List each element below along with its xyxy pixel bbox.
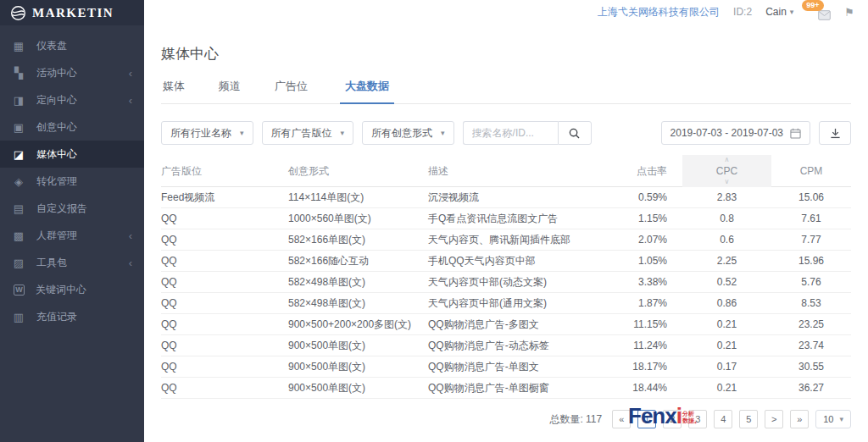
placement-select[interactable]: 所有广告版位 ▾ (262, 121, 354, 145)
sidebar-item-creative-center[interactable]: ▣创意中心 (0, 113, 144, 141)
creative-format-select[interactable]: 所有创意形式 ▾ (362, 121, 454, 145)
top-header: 上海弋关网络科技有限公司 ID:2 Cain ▾ 99+ ⚑ (144, 0, 868, 24)
page-button-1[interactable]: 1 (637, 410, 656, 428)
cell-ctr: 3.38% (610, 276, 682, 288)
table-body: Feed视频流114×114单图(文)沉浸视频流0.59%2.8315.06QQ… (161, 187, 851, 399)
cell-ad-placement: QQ (161, 382, 288, 394)
column-header-cpm[interactable]: CPM (771, 165, 851, 177)
sidebar-item-targeting-center[interactable]: ◨定向中心‹ (0, 86, 144, 113)
content-area: 上海弋关网络科技有限公司 ID:2 Cain ▾ 99+ ⚑ 媒体中心 媒体频道… (144, 0, 868, 442)
cell-cpc: 0.21 (682, 318, 771, 330)
column-header-creative-format[interactable]: 创意形式 (288, 164, 428, 179)
search-input[interactable] (463, 121, 558, 145)
sidebar-item-toolbox[interactable]: ▨工具包‹ (0, 249, 144, 276)
creative-format-select-value: 所有创意形式 (371, 126, 432, 141)
cell-ad-placement: QQ (161, 276, 288, 288)
company-name-link[interactable]: 上海弋关网络科技有限公司 (598, 5, 720, 19)
cell-ad-placement: QQ (161, 318, 288, 330)
cell-ctr: 1.87% (610, 297, 682, 309)
app-window: MARKETIN ▦仪表盘▚活动中心‹◨定向中心‹▣创意中心◪媒体中心◈转化管理… (0, 0, 868, 442)
column-header-ctr[interactable]: 点击率 (610, 164, 682, 179)
sidebar-item-media-center[interactable]: ◪媒体中心 (0, 141, 144, 168)
cell-cpc: 0.17 (682, 361, 771, 373)
sidebar-item-label: 转化管理 (36, 174, 132, 189)
tab-channel[interactable]: 频道 (217, 79, 242, 103)
user-menu[interactable]: Cain ▾ (765, 6, 793, 18)
first-page-button[interactable]: « (612, 410, 631, 428)
page-button-5[interactable]: 5 (739, 410, 758, 428)
chevron-down-icon: ▾ (341, 129, 345, 137)
cell-creative-format: 1000×560单图(文) (288, 212, 428, 226)
sidebar-item-dashboard[interactable]: ▦仪表盘 (0, 32, 144, 59)
next-page-button[interactable]: > (765, 410, 783, 428)
sidebar-item-label: 充值记录 (36, 310, 132, 324)
cell-creative-format: 582×166随心互动 (288, 254, 428, 268)
search-group (463, 121, 592, 145)
industry-select[interactable]: 所有行业名称 ▾ (161, 121, 253, 145)
cell-cpm: 7.77 (771, 234, 851, 246)
cell-ctr: 2.07% (610, 234, 682, 246)
date-range-value: 2019-07-03 - 2019-07-03 (670, 127, 783, 139)
cell-ad-placement: QQ (161, 340, 288, 351)
page-button-3[interactable]: 3 (688, 410, 707, 428)
cell-creative-format: 900×500+200×200多图(文) (288, 318, 428, 332)
sort-asc-icon[interactable]: ∧ (682, 157, 771, 163)
filters-bar: 所有行业名称 ▾ 所有广告版位 ▾ 所有创意形式 ▾ (161, 121, 851, 145)
cell-ctr: 1.15% (610, 213, 682, 224)
tab-market-data[interactable]: 大盘数据 (340, 79, 394, 104)
notifications-button[interactable]: 99+ (807, 3, 831, 20)
cell-description: 手机QQ天气内容页中部 (428, 254, 610, 268)
sidebar-item-label: 创意中心 (36, 120, 132, 135)
industry-select-value: 所有行业名称 (170, 126, 231, 141)
dashboard-icon: ▦ (12, 41, 25, 52)
sidebar-item-keyword-center[interactable]: W关键词中心 (0, 276, 144, 303)
sidebar-item-conversion-management[interactable]: ◈转化管理 (0, 168, 144, 195)
cell-description: QQ购物消息广告-单图橱窗 (428, 381, 610, 395)
search-button[interactable] (558, 121, 592, 145)
cell-cpm: 15.06 (771, 191, 851, 203)
cell-creative-format: 900×500单图(文) (288, 339, 428, 353)
sidebar-item-custom-report[interactable]: ▤自定义报告 (0, 195, 144, 222)
column-header-description[interactable]: 描述 (428, 164, 610, 179)
page-size-select[interactable]: 10 ▾ (815, 410, 851, 428)
mail-icon (818, 10, 831, 20)
chevron-down-icon: ▾ (790, 8, 794, 16)
cell-creative-format: 900×500单图(文) (288, 360, 428, 374)
cell-description: QQ购物消息广告-单图文 (428, 360, 610, 374)
sidebar-item-campaign-center[interactable]: ▚活动中心‹ (0, 59, 144, 86)
cell-creative-format: 582×498单图(文) (288, 275, 428, 290)
cell-cpm: 7.61 (771, 213, 851, 224)
sort-desc-icon[interactable]: ∨ (682, 179, 771, 185)
download-button[interactable] (819, 121, 851, 145)
table-row: QQ900×500单图(文)QQ购物消息广告-单图橱窗18.44%0.2136.… (161, 378, 851, 399)
date-range-picker[interactable]: 2019-07-03 - 2019-07-03 (661, 121, 810, 145)
cell-ad-placement: QQ (161, 234, 288, 246)
cell-ctr: 18.17% (610, 361, 682, 373)
sidebar-item-recharge-record[interactable]: ▥充值记录 (0, 303, 144, 330)
chevron-down-icon: ▾ (240, 129, 244, 137)
creative-center-icon: ▣ (12, 122, 25, 133)
cell-cpm: 8.53 (771, 297, 851, 309)
tab-media[interactable]: 媒体 (161, 79, 186, 103)
flag-icon[interactable]: ⚑ (844, 6, 854, 19)
cell-cpc: 0.6 (682, 234, 771, 246)
sidebar-item-audience-management[interactable]: ▩人群管理‹ (0, 222, 144, 249)
cell-creative-format: 582×166单图(文) (288, 233, 428, 247)
table-row: QQ582×498单图(文)天气内容页中部(动态文案)3.38%0.525.76 (161, 272, 851, 293)
column-header-ad-placement[interactable]: 广告版位 (161, 164, 288, 179)
last-page-button[interactable]: » (790, 410, 809, 428)
page-button-2[interactable]: 2 (663, 410, 682, 428)
sidebar-item-label: 人群管理 (36, 229, 129, 243)
tab-ad-slot[interactable]: 广告位 (273, 79, 309, 103)
page-button-4[interactable]: 4 (714, 410, 732, 428)
column-header-cpc[interactable]: ∧ CPC ∨ (682, 155, 771, 187)
account-id: ID:2 (733, 6, 752, 18)
download-icon (830, 128, 841, 139)
chevron-down-icon: ▾ (839, 415, 843, 423)
cell-cpc: 0.86 (682, 297, 771, 309)
sidebar-item-label: 仪表盘 (36, 39, 132, 53)
cell-description: 沉浸视频流 (428, 191, 610, 205)
cell-creative-format: 114×114单图(文) (288, 191, 428, 205)
cell-creative-format: 582×498单图(文) (288, 296, 428, 311)
media-center-icon: ◪ (12, 149, 25, 160)
